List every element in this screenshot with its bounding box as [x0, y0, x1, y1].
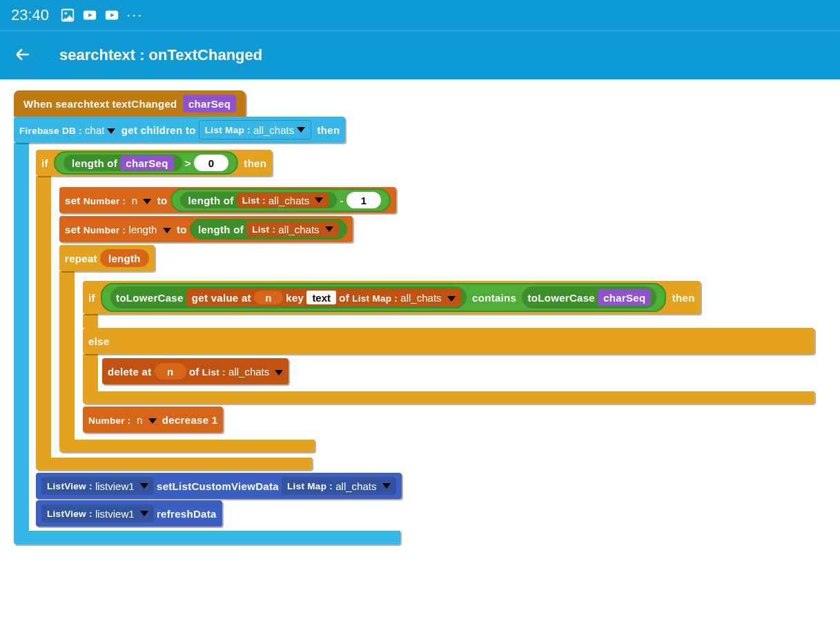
tolowercase-left[interactable]: toLowerCase get value at n key text of — [110, 286, 467, 309]
index-n[interactable]: n — [155, 363, 186, 380]
dropdown-icon — [140, 511, 148, 516]
inner-if-c-bar — [83, 314, 98, 328]
repeat-count[interactable]: length — [100, 249, 149, 267]
index-n[interactable]: n — [254, 291, 283, 304]
firebase-block[interactable]: Firebase DB : chat get children to List … — [14, 117, 345, 143]
firebase-c-bar — [14, 143, 29, 531]
charseq-arg[interactable]: charSeq — [598, 289, 651, 306]
delete-at-block[interactable]: delete at n of List : all_chats — [102, 358, 289, 384]
list-var-dropdown[interactable]: List : all_chats — [246, 222, 339, 237]
status-bar: 23:40 ··· — [0, 0, 840, 30]
get-value-at-block[interactable]: get value at n key text of List Map : al… — [186, 288, 461, 306]
param-charseq[interactable]: charSeq — [183, 95, 236, 113]
dropdown-icon — [297, 127, 305, 133]
number-input[interactable]: 1 — [346, 192, 381, 208]
contains-expr[interactable]: toLowerCase get value at n key text of — [101, 283, 666, 312]
list-map-dropdown[interactable]: List Map : all_chats — [199, 120, 311, 139]
dropdown-icon — [143, 199, 151, 204]
set-number-length-block[interactable]: set Number : length to length of List : … — [59, 216, 353, 242]
inner-if-footer — [83, 391, 814, 404]
firebase-footer — [14, 531, 400, 545]
if-footer — [36, 458, 312, 470]
else-c-bar — [83, 354, 98, 391]
svg-point-1 — [64, 12, 67, 14]
app-bar: searchtext : onTextChanged — [0, 30, 840, 79]
event-block[interactable]: When searchtext textChanged charSeq Fire… — [14, 90, 840, 545]
length-of-list[interactable]: length of List : all_chats — [190, 219, 347, 239]
dropdown-icon — [148, 418, 157, 424]
event-header[interactable]: When searchtext textChanged charSeq — [14, 90, 246, 117]
dropdown-icon — [447, 296, 456, 302]
listview-dropdown[interactable]: ListView : listview1 — [41, 505, 154, 522]
status-icons: ··· — [60, 6, 143, 24]
picture-icon — [60, 8, 75, 23]
youtube-icon — [104, 8, 119, 23]
firebase-db-dropdown[interactable]: Firebase DB : chat — [19, 124, 115, 136]
listview-dropdown[interactable]: ListView : listview1 — [41, 477, 154, 495]
repeat-footer — [59, 440, 315, 452]
minus-expr[interactable]: length of List : all_chats - 1 — [170, 188, 391, 212]
dropdown-icon — [382, 483, 391, 489]
if-c-bar — [36, 176, 51, 458]
number-input[interactable]: 0 — [194, 155, 228, 171]
inner-if-block[interactable]: if toLowerCase get value at n — [83, 281, 701, 314]
else-label[interactable]: else — [83, 328, 814, 354]
tolowercase-right[interactable]: toLowerCase charSeq — [522, 286, 656, 309]
listmap-dropdown[interactable]: List Map : all_chats — [352, 292, 456, 304]
list-var-dropdown[interactable]: List : all_chats — [237, 193, 329, 208]
list-var-dropdown[interactable]: List : all_chats — [202, 366, 284, 378]
dropdown-icon — [325, 226, 333, 232]
repeat-block[interactable]: repeat length — [59, 245, 155, 271]
condition-gt[interactable]: length of charSeq > 0 — [54, 151, 238, 175]
more-icon: ··· — [126, 6, 143, 24]
number-var-dropdown[interactable]: Number : length — [84, 224, 171, 235]
status-time: 23:40 — [11, 6, 49, 24]
set-number-n-block[interactable]: set Number : n to length of List : all_c… — [59, 187, 396, 213]
length-of-list[interactable]: length of List : all_chats — [180, 192, 338, 208]
listview-setdata-block[interactable]: ListView : listview1 setListCustomViewDa… — [36, 473, 402, 499]
charseq-arg[interactable]: charSeq — [120, 155, 173, 170]
dropdown-icon — [140, 483, 148, 489]
listmap-dropdown[interactable]: List Map : all_chats — [282, 477, 396, 495]
if-block[interactable]: if length of charSeq > 0 then — [36, 150, 272, 176]
page-title: searchtext : onTextChanged — [59, 46, 262, 64]
dropdown-icon — [107, 128, 115, 134]
block-canvas[interactable]: When searchtext textChanged charSeq Fire… — [0, 79, 840, 572]
number-var-dropdown[interactable]: Number : n — [84, 195, 152, 206]
decrease-block[interactable]: Number : n decrease 1 — [83, 407, 223, 433]
youtube-icon — [82, 8, 97, 23]
listview-refresh-block[interactable]: ListView : listview1 refreshData — [36, 500, 222, 527]
length-of-block[interactable]: length of charSeq — [64, 155, 182, 171]
number-var-dropdown[interactable]: Number : n — [88, 414, 157, 426]
key-input[interactable]: text — [306, 291, 336, 304]
dropdown-icon — [315, 197, 323, 203]
dropdown-icon — [163, 228, 171, 233]
repeat-c-bar — [59, 271, 75, 440]
dropdown-icon — [275, 370, 283, 375]
back-button[interactable] — [14, 46, 32, 66]
